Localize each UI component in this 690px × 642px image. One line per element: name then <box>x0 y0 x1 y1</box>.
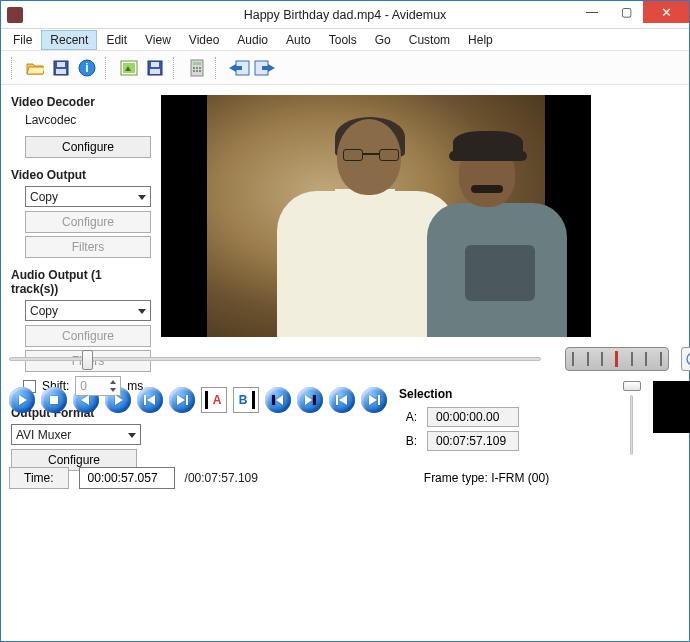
video-preview <box>161 95 591 337</box>
svg-rect-17 <box>196 70 198 72</box>
svg-rect-10 <box>150 69 160 74</box>
svg-rect-15 <box>199 67 201 69</box>
maximize-button[interactable]: ▢ <box>609 1 643 23</box>
svg-marker-38 <box>339 395 347 405</box>
jog-wheel[interactable] <box>565 347 669 371</box>
menu-recent[interactable]: Recent <box>42 31 96 49</box>
next-black-button[interactable] <box>297 387 323 413</box>
speaker-button[interactable] <box>681 347 690 371</box>
menu-edit[interactable]: Edit <box>98 31 135 49</box>
play-button[interactable] <box>9 387 35 413</box>
prev-keyframe-button[interactable] <box>137 387 163 413</box>
selection-b-label: B: <box>399 434 417 448</box>
audio-output-select[interactable]: Copy <box>25 300 151 321</box>
time-label: Time: <box>9 467 69 489</box>
volume-slider[interactable] <box>621 381 641 455</box>
svg-rect-1 <box>57 62 65 67</box>
audio-output-label: Audio Output (1 track(s)) <box>11 268 151 296</box>
first-frame-button[interactable] <box>329 387 355 413</box>
seek-slider[interactable] <box>9 357 541 361</box>
time-input[interactable]: 00:00:57.057 <box>79 467 175 489</box>
menu-custom[interactable]: Custom <box>401 31 458 49</box>
menu-bar: File Recent Edit View Video Audio Auto T… <box>1 29 689 51</box>
svg-rect-14 <box>196 67 198 69</box>
arrow-out-icon[interactable] <box>253 56 277 80</box>
decoder-name: Lavcodec <box>11 113 151 133</box>
chevron-down-icon <box>128 433 136 438</box>
svg-rect-12 <box>193 62 201 65</box>
mark-a-button[interactable]: A <box>201 387 227 413</box>
next-keyframe-button[interactable] <box>169 387 195 413</box>
shift-spinner[interactable]: 0 <box>75 376 121 396</box>
video-decoder-label: Video Decoder <box>11 95 151 109</box>
playback-controls: A B <box>9 387 387 413</box>
menu-view[interactable]: View <box>137 31 179 49</box>
menu-help[interactable]: Help <box>460 31 501 49</box>
app-icon <box>7 7 23 23</box>
prev-black-button[interactable] <box>265 387 291 413</box>
menu-file[interactable]: File <box>5 31 40 49</box>
svg-marker-31 <box>177 395 185 405</box>
svg-rect-40 <box>378 395 380 405</box>
video-output-label: Video Output <box>11 168 151 182</box>
svg-rect-16 <box>193 70 195 72</box>
selection-a-value: 00:00:00.00 <box>427 407 519 427</box>
close-button[interactable]: ✕ <box>643 1 689 23</box>
menu-tools[interactable]: Tools <box>321 31 365 49</box>
duration-label: /00:07:57.109 <box>185 471 258 485</box>
svg-marker-28 <box>115 395 123 405</box>
svg-marker-30 <box>147 395 155 405</box>
svg-rect-36 <box>313 395 316 405</box>
vu-meter <box>653 381 690 433</box>
last-frame-button[interactable] <box>361 387 387 413</box>
svg-marker-25 <box>19 395 27 405</box>
info-icon[interactable]: i <box>75 56 99 80</box>
svg-rect-33 <box>272 395 275 405</box>
volume-thumb[interactable] <box>623 381 641 391</box>
mark-b-button[interactable]: B <box>233 387 259 413</box>
menu-go[interactable]: Go <box>367 31 399 49</box>
app-window: Happy Birthday dad.mp4 - Avidemux — ▢ ✕ … <box>0 0 690 642</box>
selection-title: Selection <box>399 387 609 401</box>
svg-marker-35 <box>305 395 312 405</box>
svg-marker-34 <box>276 395 283 405</box>
audio-configure-button: Configure <box>25 325 151 347</box>
svg-marker-27 <box>81 395 89 405</box>
menu-auto[interactable]: Auto <box>278 31 319 49</box>
chevron-down-icon <box>138 309 146 314</box>
output-format-select[interactable]: AVI Muxer <box>11 424 141 445</box>
video-filters-button: Filters <box>25 236 151 258</box>
save-picture-icon[interactable] <box>143 56 167 80</box>
svg-rect-18 <box>199 70 201 72</box>
frame-type-label: Frame type: I-FRM (00) <box>424 471 549 485</box>
open-picture-icon[interactable] <box>117 56 141 80</box>
menu-audio[interactable]: Audio <box>229 31 276 49</box>
menu-video[interactable]: Video <box>181 31 227 49</box>
svg-rect-9 <box>151 62 159 67</box>
selection-b-value: 00:07:57.109 <box>427 431 519 451</box>
svg-rect-26 <box>50 396 58 404</box>
open-icon[interactable] <box>23 56 47 80</box>
svg-rect-29 <box>144 395 146 405</box>
minimize-button[interactable]: — <box>575 1 609 23</box>
svg-rect-37 <box>336 395 338 405</box>
toolbar: i <box>1 51 689 85</box>
svg-rect-2 <box>56 69 66 74</box>
seek-thumb[interactable] <box>82 350 93 370</box>
svg-text:i: i <box>85 61 88 75</box>
calculator-icon[interactable] <box>185 56 209 80</box>
title-bar: Happy Birthday dad.mp4 - Avidemux — ▢ ✕ <box>1 1 689 29</box>
svg-rect-13 <box>193 67 195 69</box>
selection-a-label: A: <box>399 410 417 424</box>
save-icon[interactable] <box>49 56 73 80</box>
svg-rect-32 <box>186 395 188 405</box>
video-configure-button: Configure <box>25 211 151 233</box>
chevron-down-icon <box>138 195 146 200</box>
stop-button[interactable] <box>41 387 67 413</box>
video-output-select[interactable]: Copy <box>25 186 151 207</box>
arrow-in-icon[interactable] <box>227 56 251 80</box>
svg-marker-39 <box>369 395 377 405</box>
decoder-configure-button[interactable]: Configure <box>25 136 151 158</box>
